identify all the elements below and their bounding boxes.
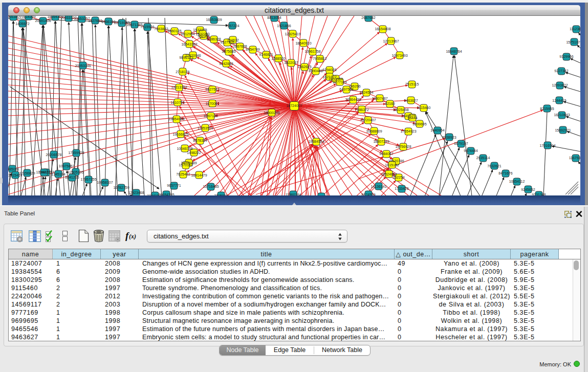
svg-text:1588520: 1588520 bbox=[271, 57, 285, 60]
svg-text:1170061: 1170061 bbox=[206, 102, 220, 105]
svg-text:7215091: 7215091 bbox=[214, 194, 228, 195]
svg-text:17942737: 17942737 bbox=[36, 170, 52, 174]
svg-text:9814309: 9814309 bbox=[21, 16, 35, 18]
svg-text:1498222: 1498222 bbox=[187, 151, 201, 155]
svg-text:10973493: 10973493 bbox=[391, 54, 407, 57]
svg-text:1532260: 1532260 bbox=[195, 32, 209, 36]
svg-text:19166825: 19166825 bbox=[172, 133, 188, 136]
svg-text:754632: 754632 bbox=[227, 38, 238, 42]
svg-text:10653257: 10653257 bbox=[74, 17, 90, 20]
svg-text:2718176: 2718176 bbox=[176, 70, 189, 74]
svg-text:8471676: 8471676 bbox=[498, 171, 512, 175]
svg-text:7955812: 7955812 bbox=[313, 57, 326, 60]
svg-text:16053809: 16053809 bbox=[206, 18, 222, 21]
svg-text:7625402: 7625402 bbox=[176, 172, 190, 176]
svg-text:7515115: 7515115 bbox=[405, 82, 419, 86]
svg-text:7632621: 7632621 bbox=[487, 164, 501, 168]
svg-text:252254: 252254 bbox=[393, 176, 404, 179]
svg-text:1527602: 1527602 bbox=[88, 19, 102, 23]
svg-text:1405572: 1405572 bbox=[15, 22, 29, 26]
svg-text:16210643: 16210643 bbox=[554, 113, 570, 117]
svg-text:10961758: 10961758 bbox=[304, 50, 320, 53]
svg-text:7986372: 7986372 bbox=[355, 108, 368, 112]
svg-text:8215955: 8215955 bbox=[540, 107, 554, 111]
svg-text:3824554: 3824554 bbox=[359, 91, 373, 94]
svg-text:20691406: 20691406 bbox=[35, 19, 51, 23]
svg-text:19854988: 19854988 bbox=[168, 117, 184, 121]
svg-text:1345194: 1345194 bbox=[51, 172, 65, 176]
svg-text:9474444: 9474444 bbox=[464, 149, 477, 152]
svg-text:20053346: 20053346 bbox=[75, 64, 91, 68]
svg-text:9084067: 9084067 bbox=[379, 152, 393, 156]
svg-text:1244415: 1244415 bbox=[552, 99, 566, 102]
svg-text:9657771: 9657771 bbox=[167, 184, 181, 187]
svg-text:18300295: 18300295 bbox=[264, 111, 279, 115]
svg-text:15716485: 15716485 bbox=[203, 185, 219, 188]
svg-text:1112384: 1112384 bbox=[570, 27, 580, 31]
svg-text:8186328: 8186328 bbox=[207, 37, 221, 41]
svg-text:18724007: 18724007 bbox=[286, 104, 302, 107]
svg-text:8841205: 8841205 bbox=[65, 176, 79, 179]
svg-text:8578334: 8578334 bbox=[193, 139, 207, 142]
svg-text:1615152: 1615152 bbox=[385, 163, 399, 167]
svg-text:8454749: 8454749 bbox=[246, 48, 259, 51]
svg-text:8813054: 8813054 bbox=[267, 16, 281, 19]
svg-text:2935114: 2935114 bbox=[476, 156, 490, 160]
svg-text:11353594: 11353594 bbox=[198, 126, 213, 130]
svg-text:(x): (x) bbox=[129, 233, 136, 240]
svg-text:18640910: 18640910 bbox=[295, 41, 311, 45]
svg-text:1167534: 1167534 bbox=[569, 156, 580, 160]
svg-text:10046758: 10046758 bbox=[177, 147, 192, 150]
svg-text:2867608: 2867608 bbox=[233, 45, 247, 48]
svg-text:6794028: 6794028 bbox=[322, 68, 336, 72]
svg-text:12325419: 12325419 bbox=[285, 32, 300, 36]
svg-text:1921856: 1921856 bbox=[277, 24, 291, 28]
svg-text:9896123: 9896123 bbox=[179, 56, 193, 59]
svg-text:20364436: 20364436 bbox=[345, 98, 361, 101]
svg-text:10688609: 10688609 bbox=[366, 129, 382, 133]
svg-text:1570163: 1570163 bbox=[179, 163, 192, 167]
svg-text:9227342: 9227342 bbox=[554, 69, 568, 73]
svg-text:9115460: 9115460 bbox=[417, 106, 431, 110]
svg-text:3875685: 3875685 bbox=[222, 50, 235, 53]
svg-text:9731348: 9731348 bbox=[532, 193, 546, 195]
svg-text:1362615: 1362615 bbox=[297, 65, 311, 69]
svg-text:15751074: 15751074 bbox=[566, 40, 580, 44]
svg-text:9242848: 9242848 bbox=[219, 62, 233, 65]
svg-text:16648764: 16648764 bbox=[446, 50, 462, 53]
svg-text:2687682: 2687682 bbox=[361, 16, 375, 19]
svg-text:8660125: 8660125 bbox=[167, 29, 181, 33]
svg-text:1733426: 1733426 bbox=[395, 187, 408, 190]
svg-text:17654923: 17654923 bbox=[400, 129, 416, 133]
svg-text:1485061: 1485061 bbox=[8, 167, 19, 171]
svg-text:9899695: 9899695 bbox=[412, 122, 426, 126]
svg-text:17016504: 17016504 bbox=[539, 144, 555, 147]
svg-text:6497568: 6497568 bbox=[339, 87, 353, 91]
svg-text:11560384: 11560384 bbox=[286, 193, 301, 195]
svg-text:10807487: 10807487 bbox=[372, 97, 387, 100]
svg-text:9777169: 9777169 bbox=[333, 80, 346, 84]
svg-text:62160: 62160 bbox=[385, 102, 395, 105]
svg-text:10120746: 10120746 bbox=[388, 159, 404, 163]
svg-text:14136141: 14136141 bbox=[371, 185, 386, 188]
svg-text:96444: 96444 bbox=[407, 116, 418, 120]
svg-text:1532275: 1532275 bbox=[193, 28, 207, 32]
svg-text:12156829: 12156829 bbox=[19, 171, 35, 175]
svg-text:12093822: 12093822 bbox=[552, 83, 568, 87]
svg-text:8674559: 8674559 bbox=[361, 193, 375, 195]
svg-text:19756928: 19756928 bbox=[395, 145, 411, 148]
svg-text:8267130: 8267130 bbox=[204, 114, 217, 118]
svg-text:17359928: 17359928 bbox=[68, 151, 84, 155]
svg-text:19384554: 19384554 bbox=[308, 140, 324, 143]
svg-text:16782759: 16782759 bbox=[113, 186, 129, 189]
svg-text:20206578: 20206578 bbox=[46, 153, 61, 157]
svg-text:9245652: 9245652 bbox=[521, 188, 535, 191]
svg-text:12213967: 12213967 bbox=[383, 39, 399, 43]
svg-text:10975867: 10975867 bbox=[58, 164, 74, 168]
svg-text:8912954: 8912954 bbox=[181, 32, 194, 36]
svg-text:7515526: 7515526 bbox=[140, 25, 154, 29]
svg-text:9427512: 9427512 bbox=[205, 87, 219, 91]
svg-text:3822037: 3822037 bbox=[284, 61, 298, 64]
svg-text:15720407: 15720407 bbox=[360, 118, 376, 122]
svg-text:15692971: 15692971 bbox=[555, 128, 571, 132]
